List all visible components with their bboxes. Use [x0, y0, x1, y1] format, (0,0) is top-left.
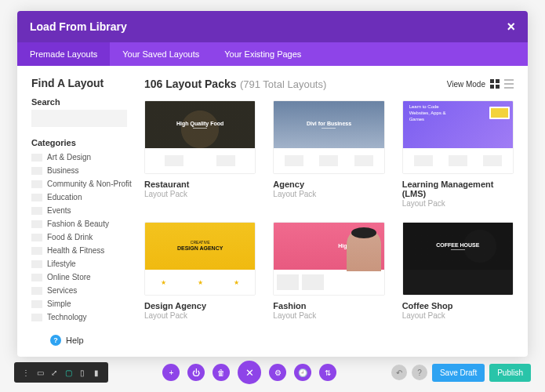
star-icon: ★ — [198, 279, 203, 286]
close-builder-icon[interactable]: ✕ — [238, 361, 261, 384]
layout-card-agency[interactable]: Divi for Business Agency Layout Pack — [273, 100, 384, 208]
tablet-icon[interactable]: ▯ — [75, 365, 89, 379]
layout-card-coffee-shop[interactable]: COFFEE HOUSE Coffee Shop Layout Pack — [402, 222, 514, 320]
view-mode: View Mode — [447, 79, 514, 89]
thumb-hero: High Quality Food — [145, 101, 255, 148]
thumb-body — [145, 148, 255, 173]
close-icon[interactable]: × — [507, 20, 515, 34]
category-label: Services — [47, 286, 77, 295]
checkbox-icon[interactable] — [31, 194, 42, 201]
tab-saved-layouts[interactable]: Your Saved Layouts — [110, 42, 212, 66]
layout-count: 106 Layout Packs (791 Total Layouts) — [144, 77, 326, 91]
layout-thumb: COFFEE HOUSE — [402, 222, 514, 296]
power-icon[interactable]: ⏻ — [187, 364, 205, 381]
category-item[interactable]: Business — [31, 164, 127, 177]
category-item[interactable]: Fashion & Beauty — [31, 217, 127, 230]
checkbox-icon[interactable] — [31, 180, 42, 188]
modal-header: Load From Library × — [17, 11, 528, 42]
add-icon[interactable]: + — [162, 364, 180, 381]
svg-rect-2 — [490, 85, 494, 89]
checkbox-icon[interactable] — [31, 260, 42, 268]
category-list: Art & Design Business Community & Non-Pr… — [31, 151, 127, 324]
thumb-body — [403, 270, 513, 295]
layout-card-restaurant[interactable]: High Quality Food Restaurant Layout Pack — [144, 100, 256, 208]
category-label: Community & Non-Profit — [47, 180, 132, 188]
svg-rect-0 — [490, 79, 494, 83]
category-label: Events — [47, 206, 71, 215]
list-view-icon[interactable] — [504, 79, 514, 89]
checkbox-icon[interactable] — [31, 154, 42, 162]
card-title: Learning Management (LMS) — [402, 180, 514, 198]
checkbox-icon[interactable] — [31, 220, 42, 228]
category-item[interactable]: Lifestyle — [31, 257, 127, 270]
settings-icon[interactable]: ⚙ — [269, 364, 286, 381]
category-label: Simple — [47, 299, 71, 308]
thumb-hero-text: High Quality Food — [176, 121, 223, 126]
checkbox-icon[interactable] — [31, 300, 42, 308]
svg-rect-4 — [504, 79, 514, 81]
trash-icon[interactable]: 🗑 — [213, 364, 230, 381]
layout-card-design-agency[interactable]: CREATIVE DESIGN AGENCY ★ ★ ★ Design Agen… — [144, 222, 256, 320]
view-mode-label: View Mode — [447, 80, 485, 89]
category-item[interactable]: Online Store — [31, 270, 127, 284]
checkbox-icon[interactable] — [31, 167, 42, 175]
category-item[interactable]: Community & Non-Profit — [31, 177, 127, 191]
grid-view-icon[interactable] — [490, 79, 500, 89]
card-title: Fashion — [273, 301, 384, 310]
card-subtitle: Layout Pack — [273, 190, 384, 198]
hat-icon — [351, 227, 376, 238]
category-item[interactable]: Simple — [31, 297, 127, 310]
wireframe-icon[interactable]: ▭ — [33, 365, 47, 379]
zoom-icon[interactable]: ⤢ — [47, 365, 61, 379]
card-title: Design Agency — [144, 301, 256, 310]
category-item[interactable]: Art & Design — [31, 151, 127, 164]
thumb-body — [274, 270, 383, 295]
checkbox-icon[interactable] — [31, 287, 42, 295]
desktop-icon[interactable]: ▢ — [61, 365, 75, 379]
category-label: Food & Drink — [47, 233, 93, 241]
category-item[interactable]: Events — [31, 204, 127, 217]
category-label: Business — [47, 166, 79, 175]
category-item[interactable]: Health & Fitness — [31, 244, 127, 257]
publish-button[interactable]: Publish — [489, 364, 531, 382]
checkbox-icon[interactable] — [31, 274, 42, 281]
category-label: Online Store — [47, 273, 91, 281]
card-title: Agency — [273, 180, 384, 189]
layout-card-lms[interactable]: Learn to Code Websites, Apps & Games Lea… — [402, 100, 514, 208]
right-actions: ↶ ? Save Draft Publish — [391, 364, 531, 382]
checkbox-icon[interactable] — [31, 234, 42, 241]
count-main: 106 Layout Packs — [144, 78, 237, 90]
category-item[interactable]: Education — [31, 191, 127, 204]
save-draft-button[interactable]: Save Draft — [432, 364, 485, 382]
help-link[interactable]: ? Help — [50, 335, 127, 346]
modal-tabs: Premade Layouts Your Saved Layouts Your … — [17, 42, 528, 66]
tab-premade-layouts[interactable]: Premade Layouts — [17, 42, 110, 66]
menu-icon[interactable]: ⋮ — [19, 365, 33, 379]
history-icon[interactable]: 🕘 — [294, 364, 311, 381]
card-subtitle: Layout Pack — [144, 190, 256, 198]
layout-card-fashion[interactable]: High Fashion Fashion Layout Pack — [273, 222, 384, 320]
checkbox-icon[interactable] — [31, 247, 42, 255]
responsive-controls: ⋮ ▭ ⤢ ▢ ▯ ▮ — [14, 362, 108, 383]
category-label: Fashion & Beauty — [47, 220, 109, 228]
undo-icon[interactable]: ↶ — [391, 365, 407, 380]
modal-title: Load From Library — [30, 20, 127, 33]
category-item[interactable]: Food & Drink — [31, 230, 127, 244]
star-icon: ★ — [161, 279, 166, 286]
card-subtitle: Layout Pack — [273, 311, 384, 320]
sliders-icon[interactable]: ⇅ — [319, 364, 336, 381]
layout-grid: High Quality Food Restaurant Layout Pack… — [144, 100, 514, 320]
checkbox-icon[interactable] — [31, 207, 42, 215]
category-item[interactable]: Technology — [31, 310, 127, 324]
layout-thumb: High Fashion — [273, 222, 384, 296]
search-input[interactable] — [31, 110, 127, 127]
thumb-body — [274, 148, 383, 173]
category-item[interactable]: Services — [31, 284, 127, 297]
question-icon[interactable]: ? — [412, 365, 427, 380]
layout-thumb: CREATIVE DESIGN AGENCY ★ ★ ★ — [144, 222, 256, 296]
tab-existing-pages[interactable]: Your Existing Pages — [212, 42, 314, 66]
star-icon: ★ — [234, 279, 239, 286]
checkbox-icon[interactable] — [31, 314, 42, 321]
phone-icon[interactable]: ▮ — [89, 365, 104, 379]
thumb-hero-text: COFFEE HOUSE — [436, 242, 479, 248]
